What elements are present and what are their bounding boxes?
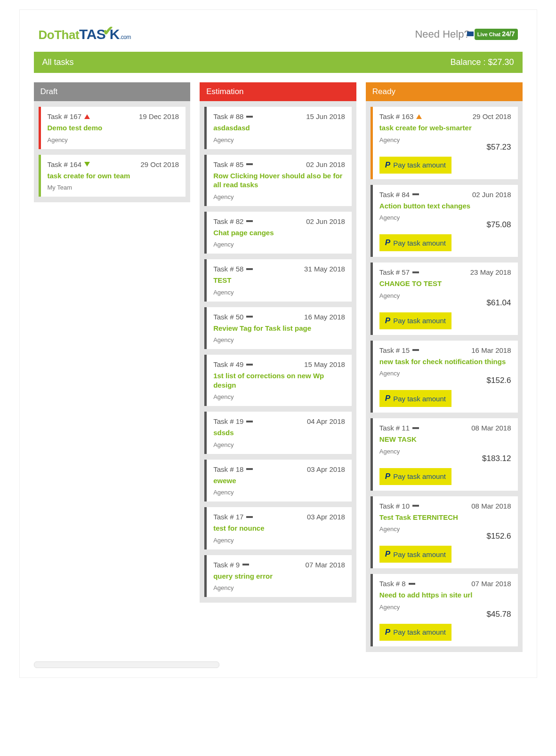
task-number: Task # 18 <box>213 465 243 473</box>
balance-text: Balance : $27.30 <box>450 57 514 67</box>
task-date: 03 Apr 2018 <box>307 465 345 473</box>
task-title[interactable]: Demo test demo <box>48 123 179 133</box>
task-title[interactable]: task create for web-smarter <box>379 123 511 133</box>
task-number: Task # 164 <box>48 160 82 168</box>
task-card[interactable]: Task # 16329 Oct 2018task create for web… <box>371 107 518 179</box>
task-card[interactable]: Task # 5831 May 2018TESTAgency <box>204 259 352 302</box>
task-number-wrap: Task # 15 <box>379 346 419 354</box>
task-date: 16 May 2018 <box>304 313 345 321</box>
task-card[interactable]: Task # 8202 Jun 2018Chat page cangesAgen… <box>204 212 352 254</box>
pay-task-button[interactable]: PPay task amount <box>379 390 451 407</box>
task-card[interactable]: Task # 1803 Apr 2018eweweAgency <box>204 460 352 502</box>
pay-label: Pay task amount <box>393 161 446 169</box>
pay-task-button[interactable]: PPay task amount <box>379 157 451 174</box>
priority-down-icon <box>84 162 90 167</box>
task-card[interactable]: Task # 907 Mar 2018query string errorAge… <box>204 555 352 597</box>
logo-k: K <box>110 26 120 42</box>
card-top: Task # 5723 May 2018 <box>379 268 511 276</box>
task-number: Task # 85 <box>213 160 243 168</box>
task-title[interactable]: Test Task ETERNITECH <box>379 513 511 522</box>
task-card[interactable]: Task # 1516 Mar 2018new task for check n… <box>371 341 518 413</box>
task-date: 16 Mar 2018 <box>471 346 511 354</box>
pay-task-button[interactable]: PPay task amount <box>379 234 451 251</box>
logo-that: That <box>54 28 79 42</box>
task-number-wrap: Task # 163 <box>379 112 422 120</box>
priority-bar-icon <box>409 583 415 585</box>
task-card[interactable]: Task # 8502 Jun 2018Row Clicking Hover s… <box>204 155 352 206</box>
chat-line1: Live <box>477 32 488 37</box>
task-title[interactable]: 1st list of corrections on new Wp design <box>213 371 345 390</box>
column-header-draft: Draft <box>34 82 191 101</box>
columns: Draft Task # 16719 Dec 2018Demo test dem… <box>34 82 523 652</box>
task-number: Task # 88 <box>213 112 243 120</box>
task-number: Task # 82 <box>213 217 243 225</box>
task-title[interactable]: Chat page canges <box>213 228 345 238</box>
task-date: 07 Mar 2018 <box>306 561 345 569</box>
task-number-wrap: Task # 57 <box>379 268 419 276</box>
task-card[interactable]: Task # 16429 Oct 2018task create for own… <box>39 155 186 197</box>
task-card[interactable]: Task # 1008 Mar 2018Test Task ETERNITECH… <box>371 496 518 569</box>
task-title[interactable]: TEST <box>213 276 345 285</box>
task-date: 02 Jun 2018 <box>306 160 345 168</box>
horizontal-scrollbar[interactable] <box>34 661 219 668</box>
task-assignee: My Team <box>48 184 179 191</box>
pay-task-button[interactable]: PPay task amount <box>379 468 451 485</box>
logo-com: .com <box>120 34 131 40</box>
task-title[interactable]: Row Clicking Hover should also be for al… <box>213 171 345 190</box>
task-title[interactable]: Review Tag for Task list page <box>213 324 345 333</box>
task-card[interactable]: Task # 8815 Jun 2018asdasdasdAgency <box>204 107 352 149</box>
page-title: All tasks <box>42 57 74 67</box>
pay-task-button[interactable]: PPay task amount <box>379 624 451 641</box>
task-title[interactable]: Action button text changes <box>379 201 511 211</box>
logo[interactable]: DoThatTAS✔K.com <box>39 26 131 42</box>
card-top: Task # 4915 May 2018 <box>213 360 345 368</box>
paypal-icon: P <box>385 160 390 170</box>
task-number-wrap: Task # 17 <box>213 513 253 521</box>
task-title[interactable]: query string error <box>213 572 345 581</box>
chat-big: 24/7 <box>502 30 515 38</box>
chat-line2: Chat <box>489 32 500 37</box>
logo-do: Do <box>39 28 55 42</box>
column-draft: Draft Task # 16719 Dec 2018Demo test dem… <box>34 82 191 202</box>
card-top: Task # 8502 Jun 2018 <box>213 160 345 168</box>
pay-task-button[interactable]: PPay task amount <box>379 312 451 329</box>
live-chat-badge[interactable]: Live Chat 24/7 <box>475 29 518 40</box>
task-number: Task # 19 <box>213 417 243 425</box>
paypal-icon: P <box>385 549 390 559</box>
pay-task-button[interactable]: PPay task amount <box>379 546 451 563</box>
task-card[interactable]: Task # 1904 Apr 2018sdsdsAgency <box>204 412 352 454</box>
task-number-wrap: Task # 19 <box>213 417 253 425</box>
priority-bar-icon <box>246 220 253 222</box>
task-date: 02 Jun 2018 <box>306 217 345 225</box>
task-card[interactable]: Task # 1703 Apr 2018test for nounceAgenc… <box>204 507 352 549</box>
priority-bar-icon <box>412 271 419 273</box>
card-top: Task # 8202 Jun 2018 <box>213 217 345 225</box>
task-date: 29 Oct 2018 <box>473 112 511 120</box>
task-card[interactable]: Task # 5016 May 2018Review Tag for Task … <box>204 307 352 350</box>
priority-bar-icon <box>246 421 253 422</box>
task-title[interactable]: ewewe <box>213 476 345 485</box>
priority-up-icon <box>84 114 90 119</box>
card-top: Task # 5831 May 2018 <box>213 265 345 273</box>
task-title[interactable]: sdsds <box>213 428 345 438</box>
paypal-icon: P <box>385 238 390 247</box>
task-card[interactable]: Task # 807 Mar 2018Need to add https in … <box>371 574 518 646</box>
task-title[interactable]: asdasdasd <box>213 123 345 133</box>
task-title[interactable]: CHANGE TO TEST <box>379 279 511 288</box>
task-card[interactable]: Task # 1108 Mar 2018NEW TASKAgency$183.1… <box>371 418 518 491</box>
pay-label: Pay task amount <box>393 550 446 558</box>
task-card[interactable]: Task # 16719 Dec 2018Demo test demoAgenc… <box>39 107 186 149</box>
card-top: Task # 8402 Jun 2018 <box>379 191 511 199</box>
task-card[interactable]: Task # 4915 May 20181st list of correcti… <box>204 355 352 406</box>
task-title[interactable]: NEW TASK <box>379 435 511 444</box>
task-card[interactable]: Task # 8402 Jun 2018Action button text c… <box>371 185 518 257</box>
task-title[interactable]: task create for own team <box>48 171 179 181</box>
task-title[interactable]: test for nounce <box>213 524 345 533</box>
task-assignee: Agency <box>213 136 345 143</box>
task-title[interactable]: Need to add https in site url <box>379 590 511 600</box>
task-number-wrap: Task # 10 <box>379 502 419 510</box>
card-top: Task # 1703 Apr 2018 <box>213 513 345 521</box>
task-card[interactable]: Task # 5723 May 2018CHANGE TO TESTAgency… <box>371 263 518 335</box>
task-title[interactable]: new task for check notification things <box>379 357 511 366</box>
pay-label: Pay task amount <box>393 395 446 403</box>
